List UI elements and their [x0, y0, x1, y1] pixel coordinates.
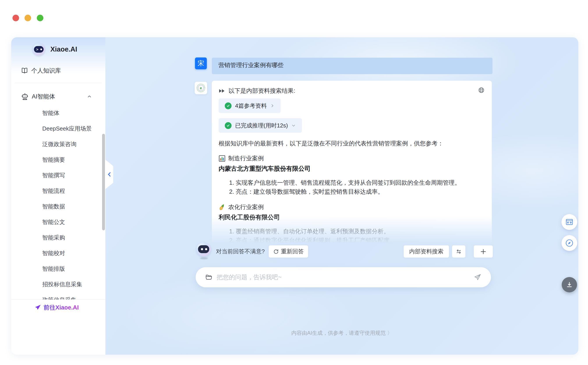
sidebar-scrollbar-thumb[interactable]: [102, 134, 105, 230]
case-point: 实现客户信息统一管理、销售流程规范化，支持从合同签订到回款的全生命周期管理。: [236, 178, 485, 187]
window-controls: [13, 15, 56, 21]
sidebar-section-label: AI智能体: [32, 92, 55, 100]
send-plane-icon: [35, 304, 41, 311]
search-result-header-text: 以下是内部资料搜索结果:: [229, 87, 295, 95]
sidebar-item-smart-proofread[interactable]: 智能校对: [11, 246, 105, 261]
case-section-agrochemical: 农化行业案例: [219, 203, 485, 211]
download-icon: [566, 281, 573, 288]
sidebar-item-smart-document[interactable]: 智能公文: [11, 214, 105, 230]
user-message-text: 营销管理行业案例有哪些: [218, 62, 284, 69]
reasoning-done-pill[interactable]: 已完成推理(用时12s): [219, 118, 302, 133]
internal-search-button[interactable]: 内部资料搜索: [404, 245, 449, 258]
check-circle-icon: [225, 102, 232, 109]
dissatisfied-prompt: 对当前回答不满意?: [216, 245, 265, 258]
book-icon: [21, 67, 28, 74]
references-pill-label: 4篇参考资料: [235, 102, 267, 110]
user-avatar: 宋: [195, 57, 207, 69]
play-forward-icon: [219, 89, 225, 93]
assistant-mascot-avatar: [196, 242, 211, 256]
chevron-up-icon[interactable]: [87, 94, 92, 99]
chat-area: 宋 营销管理行业案例有哪些 e 以下是内部资料搜索结果:: [105, 37, 578, 355]
sidebar-item-label: 个人知识库: [31, 67, 61, 75]
app-window: > Xiaoe.AI 个人知识库: [11, 37, 578, 355]
folder-icon[interactable]: [205, 274, 212, 281]
globe-icon[interactable]: [478, 87, 485, 93]
goto-xiaoe-link[interactable]: 前往Xiaoe.AI: [35, 303, 79, 312]
new-chat-button[interactable]: [474, 245, 493, 258]
bar-chart-icon: [219, 155, 225, 162]
check-circle-icon: [225, 122, 232, 129]
chevron-right-icon: [270, 104, 275, 108]
scroll-download-fab[interactable]: [562, 277, 577, 292]
answer-intro: 根据知识库中的最新资料，以下是泛微在不同行业的代表性营销管理案例，供您参考：: [219, 139, 485, 148]
case-section-title: 制造行业案例: [228, 154, 264, 162]
sidebar: > Xiaoe.AI 个人知识库: [11, 37, 105, 355]
case-section-title: 农化行业案例: [228, 203, 264, 211]
sidebar-item-personal-knowledge[interactable]: 个人知识库: [21, 66, 61, 75]
refresh-icon: [273, 249, 279, 254]
sidebar-item-smart-summary[interactable]: 智能摘要: [11, 152, 105, 168]
case-point: 亮点：建立领导数据驾驶舱，实时监控销售目标达成率。: [236, 187, 485, 196]
minimize-window-button[interactable]: [25, 15, 31, 21]
sidebar-item-policy-consult[interactable]: 泛微政策咨询: [11, 136, 105, 152]
sidebar-item-smart-data[interactable]: 智能数据: [11, 199, 105, 214]
mascot-shadow: [200, 257, 208, 259]
case-point: 亮点：通过数字化平台优化返利规则，提升工厂产销匹配度。: [236, 236, 485, 245]
close-window-button[interactable]: [13, 15, 19, 21]
question-input[interactable]: [217, 274, 474, 281]
svg-text:e: e: [200, 86, 202, 90]
internal-search-label: 内部资料搜索: [409, 248, 443, 255]
sidebar-item-smart-procurement[interactable]: 智能采购: [11, 230, 105, 246]
plus-icon: [480, 248, 487, 255]
sidebar-item-smart-writing[interactable]: 智能撰写: [11, 168, 105, 183]
reasoning-done-label: 已完成推理(用时12s): [235, 122, 288, 129]
goto-xiaoe-label: 前往Xiaoe.AI: [44, 304, 79, 311]
window-resize-icon: [565, 218, 574, 226]
case-section-manufacturing: 制造行业案例: [219, 154, 485, 162]
case-point: 覆盖经销商管理、自动化订单处理、返利预测及数据分析。: [236, 227, 485, 236]
swap-icon: [456, 249, 462, 255]
search-result-header: 以下是内部资料搜索结果:: [219, 87, 485, 95]
case-point-list: 覆盖经销商管理、自动化订单处理、返利预测及数据分析。 亮点：通过数字化平台优化返…: [219, 227, 485, 245]
sidebar-item-deepseek-scenarios[interactable]: DeepSeek应用场景: [11, 121, 105, 136]
paper-plane-icon[interactable]: [474, 274, 481, 281]
regenerate-button[interactable]: 重新回答: [269, 245, 308, 258]
assistant-avatar: e: [195, 82, 207, 94]
robot-icon: [21, 92, 29, 101]
sidebar-submenu: 智能体 DeepSeek应用场景 泛微政策咨询 智能摘要 智能撰写 智能流程 智…: [11, 105, 105, 299]
app-title: Xiaoe.AI: [50, 45, 77, 53]
sidebar-item-bidding-info[interactable]: 招投标信息采集: [11, 277, 105, 292]
app-logo: > Xiaoe.AI: [32, 43, 77, 56]
references-pill[interactable]: 4篇参考资料: [219, 98, 281, 113]
case-point-list: 实现客户信息统一管理、销售流程规范化，支持从合同签订到回款的全生命周期管理。 亮…: [219, 178, 485, 196]
chevron-down-icon: [291, 123, 296, 128]
company-name: 利民化工股份有限公司: [219, 213, 485, 222]
compass-icon: [565, 239, 574, 247]
sidebar-item-agent[interactable]: 智能体: [11, 105, 105, 121]
weaver-logo-icon: e: [196, 83, 206, 93]
assistant-message-card: 以下是内部资料搜索结果: 4篇参考资料 已完成推: [212, 81, 492, 244]
sidebar-item-smart-process[interactable]: 智能流程: [11, 183, 105, 199]
sidebar-item-policy-info[interactable]: 政策信息采集: [11, 292, 105, 299]
user-message-bubble: 营销管理行业案例有哪些: [212, 58, 493, 74]
explore-fab[interactable]: [561, 235, 577, 251]
swap-mode-button[interactable]: [452, 245, 466, 258]
regenerate-label: 重新回答: [281, 248, 304, 255]
sidebar-bottom-divider: [11, 299, 105, 300]
xiaoe-robot-logo-icon: >: [32, 43, 45, 56]
sidebar-item-smart-layout[interactable]: 智能排版: [11, 261, 105, 277]
company-name: 内蒙古北方重型汽车股份有限公司: [219, 164, 485, 173]
collapse-chevron-icon: [107, 172, 112, 177]
corn-icon: [219, 204, 225, 211]
message-input-bar: [196, 267, 491, 287]
zoom-window-button[interactable]: [37, 15, 43, 21]
resize-window-fab[interactable]: [561, 214, 577, 230]
sidebar-section-ai-agents[interactable]: AI智能体: [21, 92, 92, 101]
ai-disclaimer: 内容由AI生成，供参考，请遵守使用规范 〉: [105, 330, 578, 337]
